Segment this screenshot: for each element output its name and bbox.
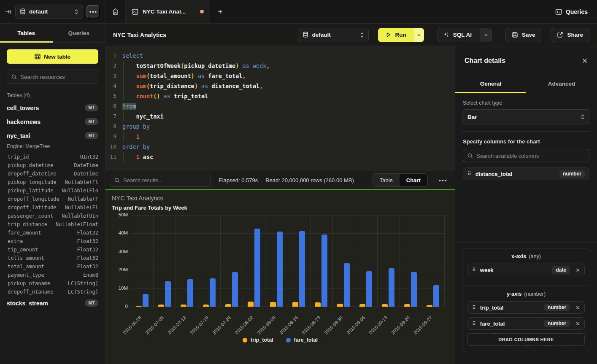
column-row[interactable]: pickup_ntanameLC(String) [7, 279, 98, 288]
new-table-button[interactable]: New table [7, 49, 98, 64]
run-options-button[interactable] [414, 28, 424, 42]
sidebar-more-button[interactable]: ••• [86, 5, 100, 19]
close-icon[interactable] [582, 58, 588, 64]
bar-fare_total[interactable] [344, 263, 350, 307]
bar-trip_total[interactable] [248, 302, 254, 307]
bar-trip_total[interactable] [203, 305, 209, 307]
bar-fare_total[interactable] [411, 272, 417, 307]
drag-columns-dropzone[interactable]: DRAG COLUMNS HERE [467, 333, 585, 346]
view-toggle-chart[interactable]: Chart [400, 174, 427, 186]
bar-trip_total[interactable] [315, 302, 321, 307]
column-row[interactable]: trip_distanceNullable(Float [7, 220, 98, 229]
table-row[interactable]: nyc_taxiMT [7, 129, 98, 143]
column-row[interactable]: dropoff_latitudeNullable(Fl [7, 203, 98, 212]
bar-fare_total[interactable] [277, 232, 283, 307]
bar-fare_total[interactable] [232, 272, 238, 307]
results-search-input[interactable] [123, 177, 206, 183]
bar-trip_total[interactable] [337, 304, 343, 307]
column-row[interactable]: fare_amountFloat32 [7, 229, 98, 237]
legend-item-fare_total[interactable]: fare_total [286, 337, 318, 343]
toolbar-database-selector[interactable]: default [298, 28, 369, 42]
bar-fare_total[interactable] [143, 294, 149, 307]
drag-handle-icon[interactable]: ⠿ [472, 321, 476, 326]
available-column-item[interactable]: ⠿distance_totalnumber [463, 167, 589, 180]
chart-type-select[interactable]: Bar [462, 109, 590, 124]
collapse-sidebar-icon[interactable] [5, 8, 12, 15]
table-row[interactable]: hackernewsMT [7, 115, 98, 129]
column-row[interactable]: tip_amountFloat32 [7, 245, 98, 254]
column-row[interactable]: dropoff_longitudeNullable(F [7, 195, 98, 203]
bar-fare_total[interactable] [165, 281, 171, 307]
bar-fare_total[interactable] [254, 229, 260, 307]
bar-fare_total[interactable] [210, 278, 216, 307]
gridline-vertical [355, 215, 355, 308]
bar-fare_total[interactable] [389, 268, 394, 307]
bar-fare_total[interactable] [321, 235, 327, 307]
columns-search-input[interactable] [476, 153, 585, 159]
bar-trip_total[interactable] [158, 305, 164, 307]
drag-handle-icon[interactable]: ⠿ [467, 171, 471, 177]
bar-trip_total[interactable] [270, 302, 276, 307]
column-row[interactable]: pickup_datetimeDateTime [7, 161, 98, 170]
sql-editor[interactable]: 1select2 toStartOfWeek(pickup_datetime) … [105, 46, 455, 171]
share-button[interactable]: Share [551, 28, 589, 42]
bar-trip_total[interactable] [181, 305, 186, 307]
sql-ai-button[interactable]: SQL AI [438, 32, 477, 38]
column-row[interactable]: dropoff_ntanameLC(String) [7, 288, 98, 296]
column-row[interactable]: total_amountFloat32 [7, 262, 98, 271]
column-row[interactable]: payment_typeEnum8 [7, 271, 98, 279]
bar-fare_total[interactable] [433, 285, 439, 307]
code-token: ( [146, 83, 150, 89]
x-axis-column-item[interactable]: ⠿weekdate✕ [467, 264, 585, 276]
resource-search-input[interactable] [20, 74, 95, 80]
line-number: 11 [105, 152, 122, 162]
column-row[interactable]: passenger_countNullable(UIn [7, 212, 98, 220]
bar-trip_total[interactable] [382, 304, 388, 307]
bar-trip_total[interactable] [225, 304, 231, 307]
new-tab-button[interactable]: + [210, 0, 230, 23]
query-tab[interactable]: NYC Taxi Anal... [126, 0, 210, 23]
tab-general[interactable]: General [455, 75, 526, 93]
bar-fare_total[interactable] [366, 271, 372, 307]
remove-icon[interactable]: ✕ [575, 305, 580, 311]
bar-trip_total[interactable] [427, 305, 432, 307]
remove-icon[interactable]: ✕ [575, 321, 580, 327]
query-title: NYC Taxi Analytics [113, 32, 166, 38]
legend-item-trip_total[interactable]: trip_total [243, 337, 273, 343]
drag-handle-icon[interactable]: ⠿ [472, 267, 476, 273]
gridline-vertical [332, 215, 333, 308]
drag-handle-icon[interactable]: ⠿ [472, 305, 476, 310]
view-toggle-table[interactable]: Table [373, 174, 400, 186]
sidebar-tab-queries[interactable]: Queries [53, 24, 105, 42]
home-button[interactable] [105, 0, 126, 23]
y-axis-column-item[interactable]: ⠿fare_totalnumber✕ [467, 317, 585, 330]
sidebar-tab-tables[interactable]: Tables [0, 24, 53, 42]
bar-trip_total[interactable] [404, 304, 410, 307]
tabbar-right: Queries [555, 0, 597, 23]
run-button[interactable]: Run [378, 28, 413, 42]
sql-ai-options-button[interactable] [481, 28, 492, 42]
column-row[interactable]: trip_idUInt32 [7, 153, 98, 161]
column-row[interactable]: pickup_longitudeNullable(Fl [7, 178, 98, 186]
bar-trip_total[interactable] [136, 306, 142, 307]
queries-link[interactable]: Queries [555, 8, 588, 15]
bar-fare_total[interactable] [187, 279, 193, 307]
y-axis-column-item[interactable]: ⠿trip_totalnumber✕ [467, 301, 585, 314]
bar-fare_total[interactable] [299, 231, 305, 307]
chart-plot-area[interactable]: 010M20M30M40M50M [131, 215, 444, 307]
save-button[interactable]: Save [505, 28, 542, 42]
results-more-button[interactable]: ••• [435, 177, 451, 184]
table-row[interactable]: cell_towersMT [7, 101, 98, 115]
tab-advanced[interactable]: Advanced [526, 75, 597, 93]
column-row[interactable]: tolls_amountFloat32 [7, 254, 98, 262]
bar-trip_total[interactable] [292, 302, 298, 307]
column-row[interactable]: extraFloat32 [7, 237, 98, 245]
remove-icon[interactable]: ✕ [575, 267, 580, 273]
bar-trip_total[interactable] [359, 304, 365, 307]
table-row[interactable]: stocks_streamMT [7, 296, 98, 310]
code-token: () [153, 93, 160, 100]
database-selector[interactable]: default [15, 5, 83, 19]
column-row[interactable]: pickup_latitudeNullable(Flo [7, 186, 98, 195]
gridline-vertical [265, 215, 265, 308]
column-row[interactable]: dropoff_datetimeDateTime [7, 170, 98, 178]
